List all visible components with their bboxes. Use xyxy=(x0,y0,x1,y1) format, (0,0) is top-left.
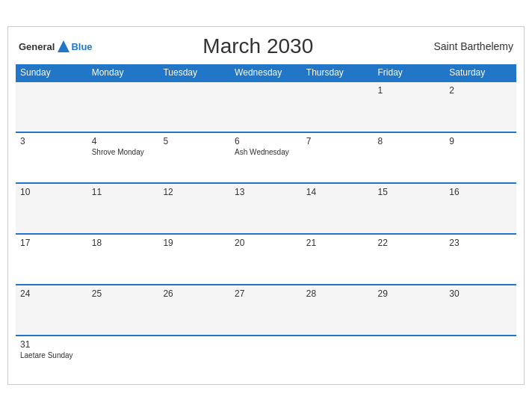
calendar-cell: 19 xyxy=(158,234,230,285)
day-number: 2 xyxy=(449,85,512,96)
calendar-cell: 23 xyxy=(445,234,516,285)
calendar-cell: 27 xyxy=(230,285,302,336)
calendar-cell: 22 xyxy=(374,234,445,285)
day-number: 31 xyxy=(20,339,83,350)
day-event: Laetare Sunday xyxy=(20,351,83,359)
day-number: 20 xyxy=(235,238,297,248)
calendar-cell: 1 xyxy=(374,81,445,132)
calendar-cell xyxy=(158,336,230,377)
day-number: 16 xyxy=(449,187,512,197)
calendar-cell: 25 xyxy=(87,285,159,336)
day-number: 13 xyxy=(235,187,297,197)
day-number: 18 xyxy=(92,238,155,248)
day-number: 7 xyxy=(306,136,369,146)
logo-blue-text: Blue xyxy=(71,41,92,52)
day-number: 15 xyxy=(378,187,441,197)
calendar-cell: 10 xyxy=(16,183,87,234)
day-number: 23 xyxy=(449,238,512,248)
calendar-title: March 2030 xyxy=(93,34,424,58)
weekday-thursday: Thursday xyxy=(302,64,374,81)
calendar-cell: 14 xyxy=(302,183,374,234)
day-number: 5 xyxy=(163,136,226,146)
calendar-cell xyxy=(16,81,87,132)
calendar-cell: 8 xyxy=(374,132,445,183)
day-number: 4 xyxy=(92,136,155,146)
day-number: 1 xyxy=(378,85,441,96)
calendar-cell: 9 xyxy=(445,132,516,183)
day-number: 19 xyxy=(163,238,226,248)
calendar-cell: 15 xyxy=(374,183,445,234)
calendar-cell xyxy=(230,81,302,132)
day-number: 22 xyxy=(378,238,441,248)
calendar-cell xyxy=(302,336,374,377)
weekday-tuesday: Tuesday xyxy=(158,64,230,81)
day-number: 24 xyxy=(20,288,83,299)
day-number: 21 xyxy=(306,238,369,248)
calendar-region: Saint Barthelemy xyxy=(424,40,513,52)
calendar-header: General Blue March 2030 Saint Barthelemy xyxy=(16,34,516,58)
calendar-week-row: 31Laetare Sunday xyxy=(16,336,516,377)
calendar-cell: 20 xyxy=(230,234,302,285)
weekday-monday: Monday xyxy=(87,64,159,81)
weekday-wednesday: Wednesday xyxy=(230,64,302,81)
day-number: 8 xyxy=(378,136,441,146)
calendar-week-row: 12 xyxy=(16,81,516,132)
calendar-grid: Sunday Monday Tuesday Wednesday Thursday… xyxy=(16,64,516,377)
day-event: Ash Wednesday xyxy=(235,148,297,156)
calendar-cell: 3 xyxy=(16,132,87,183)
calendar-cell: 5 xyxy=(158,132,230,183)
calendar-cell: 12 xyxy=(158,183,230,234)
calendar-cell: 21 xyxy=(302,234,374,285)
svg-marker-0 xyxy=(58,40,69,52)
calendar-cell xyxy=(87,336,159,377)
calendar-cell: 28 xyxy=(302,285,374,336)
day-number: 9 xyxy=(449,136,512,146)
calendar-cell xyxy=(87,81,159,132)
day-number: 30 xyxy=(449,288,512,299)
day-number: 25 xyxy=(92,288,155,299)
calendar-cell: 26 xyxy=(158,285,230,336)
day-number: 28 xyxy=(306,288,369,299)
calendar-cell: 11 xyxy=(87,183,159,234)
day-number: 11 xyxy=(92,187,155,197)
calendar-cell xyxy=(445,336,516,377)
calendar-week-row: 17181920212223 xyxy=(16,234,516,285)
calendar-week-row: 34Shrove Monday56Ash Wednesday789 xyxy=(16,132,516,183)
calendar-cell: 31Laetare Sunday xyxy=(16,336,87,377)
day-number: 14 xyxy=(306,187,369,197)
calendar-week-row: 24252627282930 xyxy=(16,285,516,336)
calendar-cell xyxy=(374,336,445,377)
weekday-sunday: Sunday xyxy=(16,64,87,81)
day-number: 12 xyxy=(163,187,226,197)
calendar-cell xyxy=(158,81,230,132)
logo-general-text: General xyxy=(19,41,55,52)
day-number: 27 xyxy=(235,288,297,299)
logo: General Blue xyxy=(19,39,93,54)
calendar-cell: 16 xyxy=(445,183,516,234)
weekday-header-row: Sunday Monday Tuesday Wednesday Thursday… xyxy=(16,64,516,81)
calendar-week-row: 10111213141516 xyxy=(16,183,516,234)
calendar-wrapper: General Blue March 2030 Saint Barthelemy… xyxy=(7,26,525,385)
weekday-saturday: Saturday xyxy=(445,64,516,81)
calendar-cell: 29 xyxy=(374,285,445,336)
calendar-cell: 17 xyxy=(16,234,87,285)
calendar-cell: 4Shrove Monday xyxy=(87,132,159,183)
calendar-cell: 13 xyxy=(230,183,302,234)
day-number: 17 xyxy=(20,238,83,248)
calendar-cell: 6Ash Wednesday xyxy=(230,132,302,183)
calendar-cell: 7 xyxy=(302,132,374,183)
calendar-cell: 18 xyxy=(87,234,159,285)
calendar-cell: 30 xyxy=(445,285,516,336)
day-number: 3 xyxy=(20,136,83,146)
logo-icon xyxy=(56,39,71,54)
weekday-friday: Friday xyxy=(374,64,445,81)
calendar-cell: 2 xyxy=(445,81,516,132)
day-event: Shrove Monday xyxy=(92,148,155,156)
day-number: 10 xyxy=(20,187,83,197)
day-number: 29 xyxy=(378,288,441,299)
calendar-cell: 24 xyxy=(16,285,87,336)
calendar-cell xyxy=(230,336,302,377)
calendar-cell xyxy=(302,81,374,132)
day-number: 26 xyxy=(163,288,226,299)
day-number: 6 xyxy=(235,136,297,146)
